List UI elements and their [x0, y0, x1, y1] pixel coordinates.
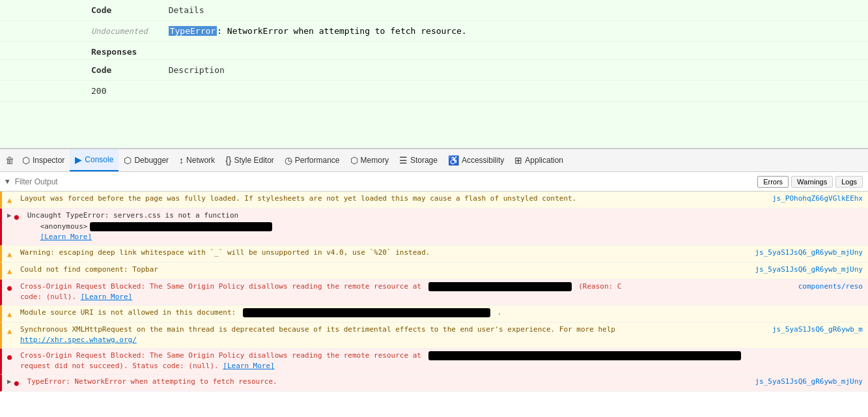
memory-label: Memory	[361, 156, 389, 165]
console-message: Uncaught TypeError: servers.css is not a…	[27, 210, 863, 243]
expand-icon-2[interactable]: ▶	[7, 377, 12, 388]
inspector-label: Inspector	[33, 156, 64, 165]
tab-storage[interactable]: ☰ Storage	[394, 149, 443, 171]
tab-memory[interactable]: ⬡ Memory	[345, 149, 394, 171]
style-editor-label: Style Editor	[234, 156, 273, 165]
console-message: TypeError: NetworkError when attempting …	[27, 377, 750, 388]
console-output: ▲ Layout was forced before the page was …	[0, 192, 868, 417]
error-text-cors2: Cross-Origin Request Blocked: The Same O…	[20, 351, 421, 360]
list-item: ▶ ● Uncaught TypeError: servers.css is n…	[0, 208, 868, 246]
network-label: Network	[186, 156, 215, 165]
console-label: Console	[85, 155, 113, 164]
response-200: 200	[0, 81, 158, 102]
devtools-toolbar: 🗑 ⬡ Inspector ▶ Console ⬡ Debugger ↕ Net…	[0, 149, 868, 172]
details-header: Details	[158, 0, 868, 21]
error-text-part3: code: (null).	[20, 293, 81, 301]
application-icon: ⊞	[514, 155, 522, 165]
redacted-url-3	[428, 351, 741, 360]
clear-console-icon[interactable]: 🗑	[3, 155, 17, 165]
error-text-part1: Cross-Origin Request Blocked: The Same O…	[20, 282, 421, 291]
learn-more-link-3[interactable]: [Learn More]	[223, 362, 274, 370]
response-code-header: Code	[0, 60, 158, 81]
filter-errors-btn[interactable]: Errors	[757, 176, 789, 188]
source-link[interactable]: components/reso	[798, 281, 863, 293]
learn-more-link-2[interactable]: [Learn More]	[81, 293, 132, 301]
debugger-icon: ⬡	[124, 155, 132, 165]
console-message: Cross-Origin Request Blocked: The Same O…	[20, 281, 793, 303]
warning-icon: ▲	[7, 194, 18, 206]
anonymous-call: <anonymous>	[27, 222, 863, 233]
redacted-url	[428, 282, 572, 291]
accessibility-label: Accessibility	[462, 156, 504, 165]
redacted-content	[90, 222, 272, 231]
console-message: Could not find component: Topbar	[20, 265, 749, 276]
tab-performance[interactable]: ◷ Performance	[279, 149, 345, 171]
tab-application[interactable]: ⊞ Application	[509, 149, 568, 171]
response-desc-header: Description	[158, 60, 868, 81]
error-text-cors2-part2: request did not succeed). Status code: (…	[20, 362, 223, 370]
filter-logs-btn[interactable]: Logs	[835, 176, 863, 188]
source-link[interactable]: js_5yaS1JsQ6_gR6ywb_mjUny	[755, 265, 863, 276]
type-error-desc: : NetworkError when attempting to fetch …	[217, 26, 467, 36]
error-icon: ●	[7, 351, 18, 363]
tab-console[interactable]: ▶ Console	[70, 149, 119, 171]
console-message: Warning: escaping deep link whitespace w…	[20, 248, 749, 259]
learn-more-link[interactable]: [Learn More]	[27, 232, 863, 243]
memory-icon: ⬡	[350, 155, 358, 165]
redacted-url-2	[243, 308, 490, 317]
filter-input[interactable]	[15, 177, 753, 186]
debugger-label: Debugger	[134, 156, 169, 165]
console-message: Synchronous XMLHttpRequest on the main t…	[20, 324, 767, 346]
type-error-label: TypeError	[169, 26, 217, 36]
error-text: Uncaught TypeError: servers.css is not a…	[27, 211, 239, 220]
console-message: Cross-Origin Request Blocked: The Same O…	[20, 351, 863, 372]
list-item: ▲ Layout was forced before the page was …	[0, 192, 868, 208]
response-200-desc	[158, 81, 868, 102]
warning-text-part2: .	[497, 308, 501, 317]
error-icon: ●	[14, 211, 25, 223]
console-message: Layout was forced before the page was fu…	[20, 194, 767, 205]
error-icon: ●	[14, 377, 25, 389]
list-item: ▲ Warning: escaping deep link whitespace…	[0, 246, 868, 263]
warning-icon: ▲	[7, 308, 18, 320]
responses-label: Responses	[91, 47, 137, 57]
filter-warnings-btn[interactable]: Warnings	[791, 176, 833, 188]
filter-buttons: Errors Warnings Logs	[757, 176, 863, 188]
warning-text-part1: Module source URI is not allowed in this…	[20, 308, 236, 317]
warning-icon: ▲	[7, 265, 18, 277]
tab-debugger[interactable]: ⬡ Debugger	[119, 149, 174, 171]
list-item: ● Cross-Origin Request Blocked: The Same…	[0, 280, 868, 306]
style-editor-icon: {}	[225, 155, 231, 165]
accessibility-icon: ♿	[448, 155, 459, 165]
list-item: ▶ ● TypeError: NetworkError when attempt…	[0, 375, 868, 392]
list-item: ▲ Synchronous XMLHttpRequest on the main…	[0, 323, 868, 349]
storage-icon: ☰	[399, 155, 408, 165]
tab-network[interactable]: ↕ Network	[174, 149, 220, 171]
xhr-link[interactable]: http://xhr.spec.whatwg.org/	[20, 336, 137, 344]
filter-icon: ▼	[5, 177, 10, 186]
network-icon: ↕	[179, 155, 184, 165]
source-link[interactable]: js_5yaS1JsQ6_gR6ywb_mjUny	[755, 377, 863, 388]
warning-icon: ▲	[7, 248, 18, 260]
source-link[interactable]: js_5yaS1JsQ6_gR6ywb_m	[772, 324, 863, 336]
tab-inspector[interactable]: ⬡ Inspector	[17, 149, 70, 171]
tab-accessibility[interactable]: ♿ Accessibility	[443, 149, 509, 171]
list-item: ▲ Could not find component: Topbar js_5y…	[0, 263, 868, 280]
expand-icon[interactable]: ▶	[7, 210, 12, 222]
warning-icon: ▲	[7, 325, 18, 337]
warning-text-xhr: Synchronous XMLHttpRequest on the main t…	[20, 325, 615, 334]
undocumented-label: Undocumented	[91, 27, 148, 36]
error-text-part2: (Reason: C	[578, 282, 621, 291]
inspector-icon: ⬡	[22, 155, 30, 165]
tab-style-editor[interactable]: {} Style Editor	[220, 149, 279, 171]
console-filter-bar: ▼ Errors Warnings Logs	[0, 172, 868, 192]
console-icon: ▶	[75, 154, 82, 165]
list-item: ● Cross-Origin Request Blocked: The Same…	[0, 349, 868, 375]
console-message: Module source URI is not allowed in this…	[20, 308, 863, 319]
performance-icon: ◷	[285, 155, 292, 165]
api-panel: Code Details Undocumented TypeError: Net…	[0, 0, 868, 149]
list-item: ▲ Module source URI is not allowed in th…	[0, 306, 868, 323]
code-header: Code	[0, 0, 158, 21]
source-link[interactable]: js_5yaS1JsQ6_gR6ywb_mjUny	[755, 248, 863, 259]
source-link[interactable]: js_POhohqZ66gVGlkEEhx	[772, 194, 863, 205]
